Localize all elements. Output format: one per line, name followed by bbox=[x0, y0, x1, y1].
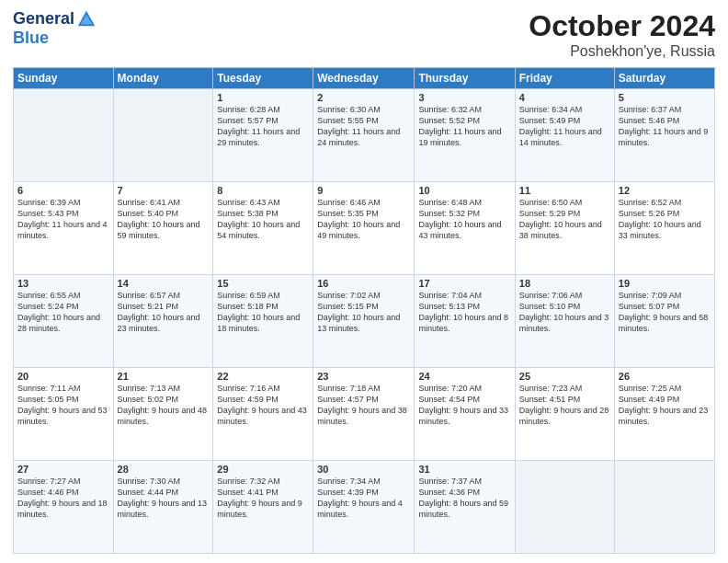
page-title: October 2024 bbox=[529, 9, 715, 43]
day-number: 19 bbox=[619, 278, 711, 289]
calendar-cell bbox=[515, 461, 614, 554]
title-area: October 2024 Poshekhon'ye, Russia bbox=[529, 9, 715, 60]
cell-info: Sunrise: 6:52 AM Sunset: 5:26 PM Dayligh… bbox=[619, 197, 711, 242]
cell-info: Sunrise: 7:27 AM Sunset: 4:46 PM Dayligh… bbox=[17, 476, 109, 521]
day-number: 6 bbox=[17, 185, 109, 196]
day-number: 11 bbox=[519, 185, 610, 196]
calendar-cell: 2Sunrise: 6:30 AM Sunset: 5:55 PM Daylig… bbox=[313, 89, 415, 182]
day-number: 3 bbox=[418, 92, 510, 103]
cell-info: Sunrise: 6:43 AM Sunset: 5:38 PM Dayligh… bbox=[217, 197, 309, 242]
cell-info: Sunrise: 7:18 AM Sunset: 4:57 PM Dayligh… bbox=[317, 383, 410, 428]
cell-info: Sunrise: 6:34 AM Sunset: 5:49 PM Dayligh… bbox=[519, 104, 610, 149]
cell-info: Sunrise: 6:50 AM Sunset: 5:29 PM Dayligh… bbox=[519, 197, 610, 242]
day-number: 16 bbox=[317, 278, 410, 289]
day-number: 15 bbox=[217, 278, 309, 289]
day-number: 13 bbox=[17, 278, 109, 289]
cell-info: Sunrise: 7:23 AM Sunset: 4:51 PM Dayligh… bbox=[519, 383, 610, 428]
cell-info: Sunrise: 7:06 AM Sunset: 5:10 PM Dayligh… bbox=[519, 290, 610, 335]
day-number: 4 bbox=[519, 92, 610, 103]
calendar-cell: 3Sunrise: 6:32 AM Sunset: 5:52 PM Daylig… bbox=[415, 89, 515, 182]
calendar-week-row: 13Sunrise: 6:55 AM Sunset: 5:24 PM Dayli… bbox=[14, 275, 715, 368]
weekday-row: SundayMondayTuesdayWednesdayThursdayFrid… bbox=[14, 68, 715, 89]
day-number: 28 bbox=[118, 464, 210, 475]
cell-info: Sunrise: 7:04 AM Sunset: 5:13 PM Dayligh… bbox=[418, 290, 510, 335]
day-number: 5 bbox=[619, 92, 711, 103]
calendar-cell: 5Sunrise: 6:37 AM Sunset: 5:46 PM Daylig… bbox=[614, 89, 714, 182]
cell-info: Sunrise: 6:32 AM Sunset: 5:52 PM Dayligh… bbox=[418, 104, 510, 149]
calendar-week-row: 27Sunrise: 7:27 AM Sunset: 4:46 PM Dayli… bbox=[14, 461, 715, 554]
calendar-cell: 22Sunrise: 7:16 AM Sunset: 4:59 PM Dayli… bbox=[213, 368, 313, 461]
cell-info: Sunrise: 7:30 AM Sunset: 4:44 PM Dayligh… bbox=[118, 476, 210, 521]
day-number: 14 bbox=[118, 278, 210, 289]
cell-info: Sunrise: 7:11 AM Sunset: 5:05 PM Dayligh… bbox=[17, 383, 109, 428]
calendar-cell: 15Sunrise: 6:59 AM Sunset: 5:18 PM Dayli… bbox=[213, 275, 313, 368]
calendar-cell: 27Sunrise: 7:27 AM Sunset: 4:46 PM Dayli… bbox=[14, 461, 114, 554]
cell-info: Sunrise: 7:37 AM Sunset: 4:36 PM Dayligh… bbox=[418, 476, 510, 521]
day-number: 31 bbox=[418, 464, 510, 475]
logo-general-text: General bbox=[13, 10, 74, 29]
calendar-cell: 20Sunrise: 7:11 AM Sunset: 5:05 PM Dayli… bbox=[14, 368, 114, 461]
cell-info: Sunrise: 7:13 AM Sunset: 5:02 PM Dayligh… bbox=[118, 383, 210, 428]
weekday-header: Saturday bbox=[614, 68, 714, 89]
cell-info: Sunrise: 7:20 AM Sunset: 4:54 PM Dayligh… bbox=[418, 383, 510, 428]
calendar-cell: 17Sunrise: 7:04 AM Sunset: 5:13 PM Dayli… bbox=[415, 275, 515, 368]
cell-info: Sunrise: 6:30 AM Sunset: 5:55 PM Dayligh… bbox=[317, 104, 410, 149]
cell-info: Sunrise: 6:55 AM Sunset: 5:24 PM Dayligh… bbox=[17, 290, 109, 335]
day-number: 27 bbox=[17, 464, 109, 475]
day-number: 12 bbox=[619, 185, 711, 196]
weekday-header: Wednesday bbox=[313, 68, 415, 89]
calendar-cell: 16Sunrise: 7:02 AM Sunset: 5:15 PM Dayli… bbox=[313, 275, 415, 368]
calendar-cell bbox=[113, 89, 213, 182]
day-number: 21 bbox=[118, 371, 210, 382]
day-number: 8 bbox=[217, 185, 309, 196]
calendar-cell: 4Sunrise: 6:34 AM Sunset: 5:49 PM Daylig… bbox=[515, 89, 614, 182]
weekday-header: Friday bbox=[515, 68, 614, 89]
weekday-header: Tuesday bbox=[213, 68, 313, 89]
day-number: 30 bbox=[317, 464, 410, 475]
day-number: 24 bbox=[418, 371, 510, 382]
calendar-cell bbox=[614, 461, 714, 554]
cell-info: Sunrise: 7:09 AM Sunset: 5:07 PM Dayligh… bbox=[619, 290, 711, 335]
calendar-cell: 10Sunrise: 6:48 AM Sunset: 5:32 PM Dayli… bbox=[415, 182, 515, 275]
day-number: 20 bbox=[17, 371, 109, 382]
day-number: 23 bbox=[317, 371, 410, 382]
cell-info: Sunrise: 7:34 AM Sunset: 4:39 PM Dayligh… bbox=[317, 476, 410, 521]
page-subtitle: Poshekhon'ye, Russia bbox=[529, 43, 715, 60]
day-number: 9 bbox=[317, 185, 410, 196]
cell-info: Sunrise: 6:48 AM Sunset: 5:32 PM Dayligh… bbox=[418, 197, 510, 242]
cell-info: Sunrise: 7:25 AM Sunset: 4:49 PM Dayligh… bbox=[619, 383, 711, 428]
calendar-cell: 8Sunrise: 6:43 AM Sunset: 5:38 PM Daylig… bbox=[213, 182, 313, 275]
cell-info: Sunrise: 7:32 AM Sunset: 4:41 PM Dayligh… bbox=[217, 476, 309, 521]
day-number: 7 bbox=[118, 185, 210, 196]
weekday-header: Sunday bbox=[14, 68, 114, 89]
calendar-cell: 11Sunrise: 6:50 AM Sunset: 5:29 PM Dayli… bbox=[515, 182, 614, 275]
calendar-cell: 18Sunrise: 7:06 AM Sunset: 5:10 PM Dayli… bbox=[515, 275, 614, 368]
cell-info: Sunrise: 6:39 AM Sunset: 5:43 PM Dayligh… bbox=[17, 197, 109, 242]
day-number: 2 bbox=[317, 92, 410, 103]
calendar-cell: 26Sunrise: 7:25 AM Sunset: 4:49 PM Dayli… bbox=[614, 368, 714, 461]
calendar-cell bbox=[14, 89, 114, 182]
calendar-cell: 24Sunrise: 7:20 AM Sunset: 4:54 PM Dayli… bbox=[415, 368, 515, 461]
cell-info: Sunrise: 7:02 AM Sunset: 5:15 PM Dayligh… bbox=[317, 290, 410, 335]
calendar-week-row: 20Sunrise: 7:11 AM Sunset: 5:05 PM Dayli… bbox=[14, 368, 715, 461]
calendar-cell: 29Sunrise: 7:32 AM Sunset: 4:41 PM Dayli… bbox=[213, 461, 313, 554]
calendar-cell: 6Sunrise: 6:39 AM Sunset: 5:43 PM Daylig… bbox=[14, 182, 114, 275]
calendar-cell: 9Sunrise: 6:46 AM Sunset: 5:35 PM Daylig… bbox=[313, 182, 415, 275]
calendar-header: SundayMondayTuesdayWednesdayThursdayFrid… bbox=[14, 68, 715, 89]
day-number: 17 bbox=[418, 278, 510, 289]
cell-info: Sunrise: 6:59 AM Sunset: 5:18 PM Dayligh… bbox=[217, 290, 309, 335]
cell-info: Sunrise: 7:16 AM Sunset: 4:59 PM Dayligh… bbox=[217, 383, 309, 428]
weekday-header: Monday bbox=[113, 68, 213, 89]
header: General Blue October 2024 Poshekhon'ye, … bbox=[13, 9, 715, 60]
cell-info: Sunrise: 6:57 AM Sunset: 5:21 PM Dayligh… bbox=[118, 290, 210, 335]
calendar-cell: 7Sunrise: 6:41 AM Sunset: 5:40 PM Daylig… bbox=[113, 182, 213, 275]
weekday-header: Thursday bbox=[415, 68, 515, 89]
day-number: 10 bbox=[418, 185, 510, 196]
day-number: 22 bbox=[217, 371, 309, 382]
day-number: 29 bbox=[217, 464, 309, 475]
day-number: 26 bbox=[619, 371, 711, 382]
calendar-body: 1Sunrise: 6:28 AM Sunset: 5:57 PM Daylig… bbox=[14, 89, 715, 554]
day-number: 1 bbox=[217, 92, 309, 103]
calendar-cell: 14Sunrise: 6:57 AM Sunset: 5:21 PM Dayli… bbox=[113, 275, 213, 368]
page: General Blue October 2024 Poshekhon'ye, … bbox=[0, 0, 728, 563]
